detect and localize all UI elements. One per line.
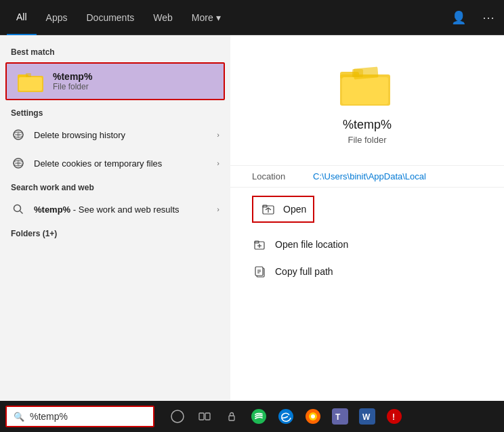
security-icon[interactable] (219, 404, 244, 429)
tab-web[interactable]: Web (144, 0, 182, 35)
taskbar: 🔍 %temp% (0, 401, 504, 432)
settings-item-cookies[interactable]: Delete cookies or temporary files › (0, 149, 230, 177)
right-subtitle: File folder (348, 135, 386, 145)
open-label: Open (283, 204, 306, 215)
open-icon (260, 201, 276, 217)
search-suffix: - See work and web results (70, 204, 179, 215)
chevron-icon-web: › (217, 205, 219, 213)
open-action[interactable]: Open (252, 196, 314, 223)
svg-text:!: ! (392, 412, 395, 422)
best-match-text: %temp% File folder (53, 71, 92, 91)
right-panel: %temp% File folder Location C:\Users\bin… (230, 35, 504, 401)
word-icon[interactable]: W (355, 404, 379, 429)
tab-more[interactable]: More ▾ (182, 0, 230, 35)
copy-path-icon (252, 263, 268, 280)
copy-path-label: Copy full path (275, 266, 333, 277)
actions-section: Open Open file location (230, 187, 504, 293)
settings-icon-2 (11, 156, 26, 171)
user-icon[interactable]: 👤 (448, 7, 469, 28)
svg-rect-30 (229, 416, 234, 420)
svg-rect-28 (199, 413, 204, 420)
settings-label: Settings (0, 103, 230, 121)
search-input-text: %temp% (30, 411, 68, 422)
svg-text:T: T (335, 412, 341, 422)
tab-documents[interactable]: Documents (77, 0, 144, 35)
svg-text:W: W (362, 412, 371, 422)
svg-rect-3 (26, 73, 31, 77)
search-web-label: Search work and web (0, 177, 230, 195)
tab-apps[interactable]: Apps (37, 0, 77, 35)
settings-item-2-label: Delete cookies or temporary files (34, 158, 162, 169)
svg-point-8 (14, 205, 21, 212)
right-title: %temp% (343, 118, 392, 132)
search-box[interactable]: 🔍 %temp% (5, 406, 154, 427)
best-match-item[interactable]: %temp% File folder (5, 62, 225, 100)
svg-point-27 (171, 410, 184, 423)
settings-item-browsing[interactable]: Delete browsing history › (0, 121, 230, 149)
nav-right-icons: 👤 ⋯ (448, 7, 497, 28)
right-folder-icon (340, 62, 394, 110)
folder-icon (18, 69, 45, 93)
search-web-text: %temp% - See work and web results (34, 204, 180, 215)
open-file-location-icon (252, 236, 268, 253)
search-keyword: %temp% (34, 204, 70, 215)
best-match-name: %temp% (53, 71, 92, 82)
detail-location-row: Location C:\Users\binit\AppData\Local (230, 165, 504, 187)
top-navigation: All Apps Documents Web More ▾ 👤 ⋯ (0, 0, 504, 35)
colorful-icon[interactable] (301, 404, 325, 429)
best-match-label: Best match (0, 42, 230, 60)
svg-rect-2 (19, 77, 42, 91)
tab-all[interactable]: All (7, 0, 37, 35)
chevron-icon-1: › (217, 131, 219, 139)
edge-icon[interactable] (274, 404, 298, 429)
copy-path-action[interactable]: Copy full path (252, 258, 482, 285)
svg-rect-29 (205, 413, 210, 420)
svg-point-35 (311, 414, 315, 418)
settings-item-1-label: Delete browsing history (34, 130, 125, 140)
search-web-item[interactable]: %temp% - See work and web results › (0, 195, 230, 223)
best-match-type: File folder (53, 82, 92, 91)
alert-icon[interactable]: ! (382, 404, 406, 429)
teams-icon[interactable]: T (328, 404, 352, 429)
svg-rect-12 (342, 77, 388, 104)
svg-line-9 (20, 211, 23, 214)
open-file-location-label: Open file location (275, 239, 348, 250)
detail-label: Location (252, 171, 313, 181)
svg-point-31 (251, 409, 266, 424)
more-options-icon[interactable]: ⋯ (480, 7, 497, 28)
svg-rect-14 (353, 66, 378, 79)
taskbar-icons: T W ! (165, 404, 406, 429)
chevron-icon-2: › (217, 159, 219, 167)
main-container: Best match %temp% File folder Settings (0, 35, 504, 401)
spotify-icon[interactable] (247, 404, 271, 429)
taskview-icon[interactable] (165, 404, 190, 429)
search-web-icon (11, 202, 26, 217)
detail-value[interactable]: C:\Users\binit\AppData\Local (313, 171, 426, 181)
multitask-icon[interactable] (192, 404, 217, 429)
folders-label: Folders (1+) (0, 223, 230, 241)
left-panel: Best match %temp% File folder Settings (0, 35, 230, 401)
search-icon: 🔍 (14, 412, 24, 422)
open-file-location-action[interactable]: Open file location (252, 231, 482, 258)
settings-icon-1 (11, 127, 26, 142)
